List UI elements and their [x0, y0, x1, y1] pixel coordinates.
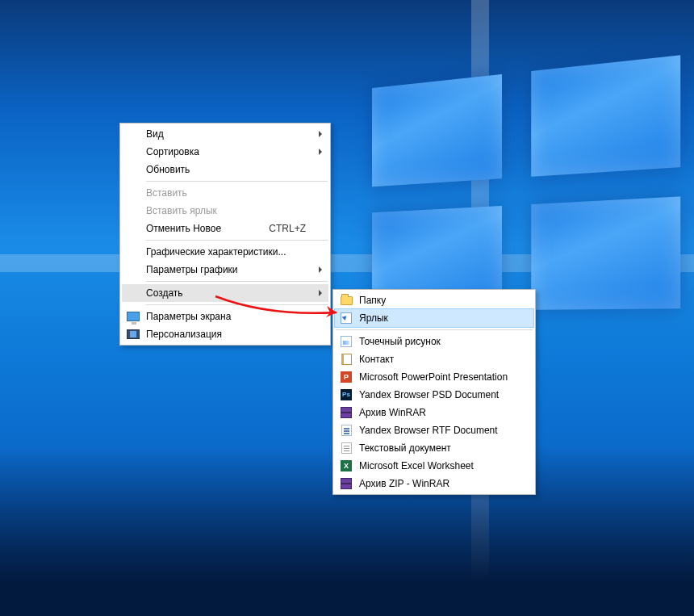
menu-item-label: Создать [146, 287, 183, 299]
menu-item[interactable]: Параметры экрана [122, 308, 328, 325]
menu-item-label: Отменить Новое [146, 223, 221, 234]
menu-separator [336, 329, 533, 330]
submenu-item-label: Архив WinRAR [359, 407, 426, 418]
bitmap-icon [340, 335, 353, 348]
submenu-item[interactable]: Архив ZIP - WinRAR [335, 475, 533, 492]
contact-icon [340, 353, 353, 366]
menu-item: Вставить [122, 184, 328, 202]
winrar-icon [340, 477, 353, 490]
menu-item[interactable]: Сортировка [122, 143, 328, 161]
submenu-item[interactable]: Контакт [335, 350, 533, 368]
menu-item-label: Вид [146, 128, 164, 140]
menu-item-label: Обновить [146, 164, 190, 175]
menu-item-label: Вставить [146, 187, 187, 199]
submenu-item[interactable]: Архив WinRAR [335, 404, 533, 421]
excel-icon: X [340, 459, 353, 472]
menu-item[interactable]: Создать [122, 284, 328, 302]
menu-separator [146, 181, 328, 182]
menu-item[interactable]: Вид [122, 125, 328, 143]
submenu-item[interactable]: Ярлык [335, 309, 533, 327]
personalize-icon [127, 328, 140, 341]
text-icon [340, 442, 353, 455]
menu-separator [146, 304, 328, 305]
submenu-item-label: Microsoft Excel Worksheet [359, 460, 474, 471]
menu-item[interactable]: Графические характеристики... [122, 243, 328, 261]
menu-item[interactable]: Параметры графики [122, 261, 328, 279]
submenu-item[interactable]: PMicrosoft PowerPoint Presentation [335, 368, 533, 386]
psd-icon: Ps [340, 388, 353, 401]
menu-item[interactable]: Обновить [122, 161, 328, 178]
menu-item[interactable]: Отменить НовоеCTRL+Z [122, 220, 328, 237]
submenu-item-label: Yandex Browser PSD Document [359, 389, 499, 400]
submenu-item[interactable]: Текстовый документ [335, 439, 533, 457]
menu-item-label: Графические характеристики... [146, 246, 286, 258]
submenu-item[interactable]: PsYandex Browser PSD Document [335, 386, 533, 404]
menu-item-label: Вставить ярлык [146, 205, 217, 216]
menu-item-label: Параметры экрана [146, 311, 231, 322]
menu-item-label: Персонализация [146, 329, 222, 340]
desktop-context-menu: ВидСортировкаОбновитьВставитьВставить яр… [119, 123, 331, 346]
submenu-arrow-icon [319, 131, 322, 137]
menu-item-shortcut: CTRL+Z [269, 223, 306, 234]
submenu-item[interactable]: Папку [335, 291, 533, 309]
menu-separator [146, 240, 328, 241]
submenu-item-label: Папку [359, 295, 386, 306]
winrar-icon [340, 406, 353, 419]
menu-item[interactable]: Персонализация [122, 325, 328, 343]
submenu-item-label: Yandex Browser RTF Document [359, 425, 498, 436]
folder-icon [340, 294, 353, 307]
submenu-item-label: Точечный рисунок [359, 336, 441, 347]
shortcut-icon [340, 312, 353, 325]
rtf-icon [340, 424, 353, 437]
new-submenu: ПапкуЯрлыкТочечный рисунокКонтактPMicros… [332, 289, 536, 495]
submenu-arrow-icon [319, 149, 322, 155]
powerpoint-icon: P [340, 371, 353, 383]
menu-item: Вставить ярлык [122, 202, 328, 220]
display-icon [127, 310, 140, 323]
menu-item-label: Параметры графики [146, 264, 238, 275]
menu-separator [146, 281, 328, 282]
submenu-item-label: Текстовый документ [359, 442, 451, 454]
submenu-item-label: Microsoft PowerPoint Presentation [359, 371, 508, 383]
submenu-item-label: Контакт [359, 354, 394, 365]
submenu-item[interactable]: Точечный рисунок [335, 333, 533, 350]
submenu-arrow-icon [319, 266, 322, 273]
submenu-item-label: Архив ZIP - WinRAR [359, 478, 449, 489]
submenu-item-label: Ярлык [359, 312, 388, 324]
submenu-item[interactable]: XMicrosoft Excel Worksheet [335, 457, 533, 475]
submenu-item[interactable]: Yandex Browser RTF Document [335, 421, 533, 439]
menu-item-label: Сортировка [146, 146, 199, 157]
submenu-arrow-icon [319, 290, 322, 296]
